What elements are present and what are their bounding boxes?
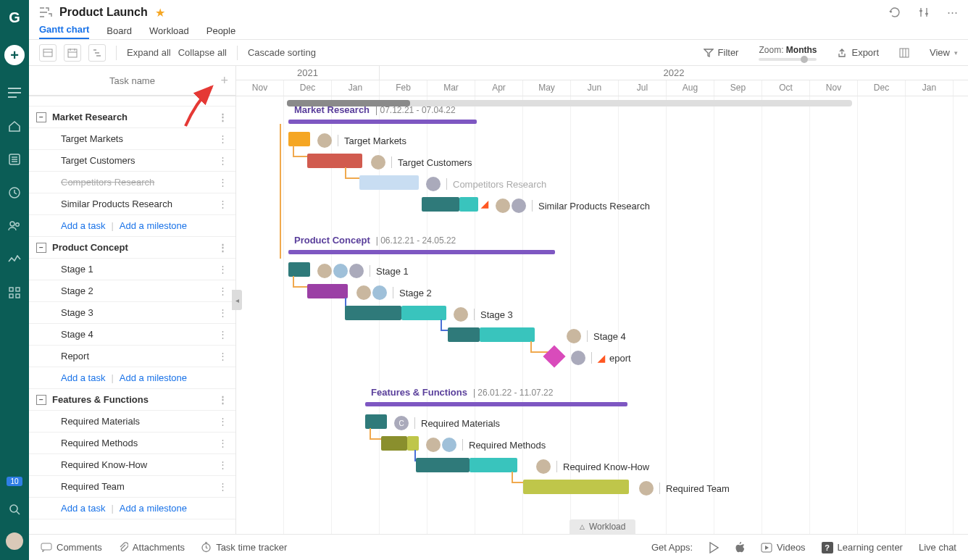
tab-gantt[interactable]: Gantt chart — [39, 24, 89, 39]
month-cell: Jan — [332, 80, 380, 96]
favorite-star-icon[interactable]: ★ — [155, 6, 165, 20]
page-footer: Comments Attachments Task time tracker G… — [29, 534, 968, 560]
live-chat-button[interactable]: Live chat — [919, 542, 956, 553]
project-icon — [39, 7, 52, 18]
cascade-sorting-button[interactable]: Cascade sorting — [248, 47, 316, 58]
more-icon[interactable]: ⋯ — [947, 6, 958, 19]
year-2022: 2022 — [380, 66, 968, 80]
svg-rect-11 — [43, 49, 52, 57]
svg-point-9 — [920, 10, 922, 12]
activity-icon[interactable] — [7, 252, 22, 267]
month-cell: Jun — [571, 80, 619, 96]
expand-all-button[interactable]: Expand all — [127, 47, 171, 58]
month-cell: Dec — [284, 80, 332, 96]
gantt-chart[interactable]: Market Research| 07.12.21 - 07.04.22Targ… — [236, 96, 968, 534]
task-row[interactable]: Stage 3⋮ — [29, 302, 235, 324]
settings-icon[interactable] — [918, 7, 930, 18]
gantt-toolbar: Expand all Collapse all Cascade sorting … — [29, 40, 968, 66]
svg-point-8 — [10, 505, 17, 512]
month-cell: Nov — [810, 80, 858, 96]
task-row[interactable]: Similar Products Research⋮ — [29, 193, 235, 215]
month-cell: Feb — [380, 80, 427, 96]
zoom-control[interactable]: Zoom: Months — [759, 45, 817, 61]
view-dropdown[interactable]: View ▾ — [930, 47, 958, 58]
month-cell: Mar — [427, 80, 475, 96]
app-logo[interactable]: G — [0, 3, 29, 32]
task-row[interactable]: Stage 1⋮ — [29, 259, 235, 280]
svg-point-2 — [10, 222, 14, 226]
task-row[interactable]: Required Know-How⋮ — [29, 454, 235, 476]
add-task-row[interactable]: Add a task|Add a milestone — [29, 367, 235, 389]
people-icon[interactable] — [7, 219, 22, 233]
year-2021: 2021 — [236, 66, 380, 80]
svg-rect-13 — [900, 49, 909, 57]
clock-icon[interactable] — [7, 185, 22, 200]
filter-button[interactable]: Filter — [704, 47, 739, 58]
comments-button[interactable]: Comments — [41, 542, 102, 553]
list-icon[interactable] — [7, 152, 22, 167]
tab-workload[interactable]: Workload — [149, 25, 189, 39]
group-row[interactable]: −Market Research⋮ — [29, 106, 235, 128]
videos-button[interactable]: Videos — [761, 542, 806, 553]
task-row[interactable]: Target Customers⋮ — [29, 150, 235, 172]
time-tracker-button[interactable]: Task time tracker — [201, 542, 287, 553]
svg-rect-5 — [16, 288, 20, 291]
task-row[interactable]: Report⋮ — [29, 346, 235, 367]
user-avatar[interactable] — [6, 532, 23, 550]
collapse-tasklist-handle[interactable]: ◂ — [232, 290, 242, 310]
columns-icon[interactable] — [899, 48, 909, 58]
month-cell: Aug — [667, 80, 714, 96]
add-task-row[interactable]: Add a task|Add a milestone — [29, 498, 235, 519]
history-icon[interactable] — [889, 7, 901, 18]
layout-icon[interactable] — [39, 44, 57, 62]
svg-rect-14 — [41, 543, 51, 550]
add-task-row[interactable]: Add a task|Add a milestone — [29, 215, 235, 237]
task-row[interactable]: Competitors Research⋮ — [29, 172, 235, 193]
menu-icon[interactable] — [7, 85, 22, 100]
month-cell: Dec — [858, 80, 906, 96]
attachments-button[interactable]: Attachments — [118, 542, 185, 553]
notification-badge[interactable]: 10 — [7, 477, 22, 486]
export-button[interactable]: Export — [837, 47, 879, 58]
svg-rect-7 — [16, 294, 20, 298]
task-row[interactable]: Required Methods⋮ — [29, 432, 235, 454]
home-icon[interactable] — [7, 119, 22, 133]
collapse-all-button[interactable]: Collapse all — [178, 47, 227, 58]
group-row[interactable]: −Product Concept⋮ — [29, 237, 235, 259]
column-task-name: Task name + — [29, 66, 235, 96]
get-apps-label: Get Apps: — [651, 542, 693, 553]
group-row[interactable]: −Features & Functions⋮ — [29, 389, 235, 411]
app-sidebar: G + 10 — [0, 0, 29, 560]
grid-header: Task name + 2021 2022 NovDecJanFebMarApr… — [29, 66, 968, 96]
month-cell: Jan — [906, 80, 954, 96]
add-column-button[interactable]: + — [220, 73, 228, 88]
project-title: Product Launch — [59, 6, 148, 19]
svg-rect-6 — [9, 294, 13, 298]
playstore-icon[interactable] — [709, 542, 719, 553]
task-row[interactable]: Required Team⋮ — [29, 476, 235, 498]
task-row[interactable]: Stage 4⋮ — [29, 324, 235, 346]
task-row[interactable]: Stage 2⋮ — [29, 280, 235, 302]
page-header: Product Launch ★ ⋯ Gantt chart Board Wor… — [29, 0, 968, 40]
workload-panel-toggle[interactable]: △Workload — [569, 519, 635, 534]
tab-board[interactable]: Board — [107, 25, 132, 39]
apple-icon[interactable] — [735, 542, 745, 553]
svg-point-10 — [926, 13, 928, 15]
add-button[interactable]: + — [4, 45, 25, 65]
month-cell: May — [523, 80, 571, 96]
month-cell: Jul — [619, 80, 667, 96]
svg-point-3 — [16, 223, 20, 227]
learning-center-button[interactable]: ?Learning center — [822, 542, 903, 553]
search-icon[interactable] — [7, 502, 22, 517]
month-cell: Apr — [475, 80, 523, 96]
month-cell: Oct — [762, 80, 810, 96]
calendar-icon[interactable] — [64, 44, 81, 62]
task-row[interactable]: Target Markets⋮ — [29, 128, 235, 150]
tab-people[interactable]: People — [206, 25, 235, 39]
grid-icon[interactable] — [7, 285, 22, 300]
structure-icon[interactable] — [88, 44, 106, 62]
view-tabs: Gantt chart Board Workload People — [39, 22, 968, 39]
task-row[interactable]: Required Materials⋮ — [29, 411, 235, 432]
task-list: −Market Research⋮Target Markets⋮Target C… — [29, 96, 236, 534]
month-cell: Sep — [714, 80, 762, 96]
